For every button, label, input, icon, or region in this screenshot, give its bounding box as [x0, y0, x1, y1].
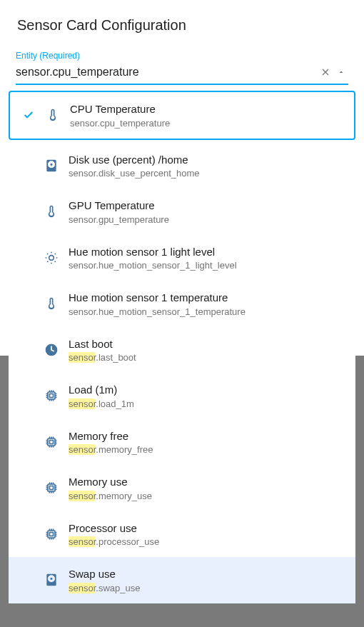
option-title: Processor use — [69, 521, 344, 536]
option-subtitle: sensor.disk_use_percent_home — [69, 168, 344, 179]
highlight: sensor — [69, 491, 96, 501]
option-text: Hue motion sensor 1 light levelsensor.hu… — [69, 245, 344, 271]
highlight: sensor — [69, 583, 96, 593]
chevron-up-icon — [337, 68, 345, 76]
entity-input[interactable] — [16, 66, 317, 79]
clock-icon — [43, 343, 60, 357]
harddisk-icon — [43, 159, 60, 173]
option-subtitle: sensor.gpu_temperature — [69, 214, 344, 225]
option-text: Last bootsensor.last_boot — [69, 337, 344, 363]
entity-option[interactable]: Last bootsensor.last_boot — [9, 327, 355, 373]
option-title: Memory free — [69, 429, 344, 443]
option-title: CPU Temperature — [70, 102, 343, 116]
entity-dropdown: CPU Temperaturesensor.cpu_temperatureDis… — [9, 91, 355, 603]
option-title: Hue motion sensor 1 light level — [69, 245, 344, 259]
entity-option[interactable]: Disk use (percent) /homesensor.disk_use_… — [9, 143, 355, 189]
option-text: Load (1m)sensor.load_1m — [69, 383, 344, 409]
thermometer-icon — [43, 204, 60, 219]
entity-option[interactable]: Hue motion sensor 1 light levelsensor.hu… — [9, 235, 355, 281]
harddisk-icon — [43, 573, 60, 587]
option-title: Swap use — [69, 567, 344, 581]
thermometer-icon — [44, 108, 61, 122]
chip-icon — [43, 527, 60, 541]
entity-option[interactable]: Hue motion sensor 1 temperaturesensor.hu… — [9, 281, 355, 327]
svg-rect-3 — [50, 394, 54, 398]
highlight: sensor — [69, 352, 96, 363]
entity-option[interactable]: Memory usesensor.memory_use — [9, 465, 355, 511]
option-text: Swap usesensor.swap_use — [69, 567, 344, 593]
option-subtitle: sensor.swap_use — [69, 583, 344, 593]
option-subtitle: sensor.cpu_temperature — [70, 118, 343, 129]
clear-button[interactable] — [317, 64, 334, 81]
close-icon — [320, 66, 331, 78]
option-subtitle: sensor.processor_use — [69, 536, 344, 547]
svg-rect-7 — [50, 486, 54, 490]
dialog: Sensor Card Configuration Entity (Requir… — [0, 0, 364, 603]
dropdown-toggle[interactable] — [334, 65, 348, 79]
dialog-title: Sensor Card Configuration — [0, 17, 364, 51]
entity-input-row — [16, 64, 348, 85]
thermometer-icon — [43, 296, 60, 311]
option-title: Load (1m) — [69, 383, 344, 397]
entity-field: Entity (Required) — [0, 51, 364, 85]
chip-icon — [43, 388, 60, 403]
entity-option[interactable]: Swap usesensor.swap_use — [9, 557, 355, 603]
option-subtitle: sensor.memory_use — [69, 491, 344, 501]
option-title: Memory use — [69, 475, 344, 489]
option-subtitle: sensor.hue_motion_sensor_1_temperature — [69, 306, 344, 317]
highlight: sensor — [69, 536, 96, 547]
option-subtitle: sensor.hue_motion_sensor_1_light_level — [69, 260, 344, 271]
entity-label: Entity (Required) — [16, 51, 348, 61]
option-title: Disk use (percent) /home — [69, 153, 344, 167]
chip-icon — [43, 435, 60, 449]
svg-rect-5 — [50, 440, 54, 443]
option-text: Disk use (percent) /homesensor.disk_use_… — [69, 153, 344, 179]
highlight: sensor — [69, 398, 96, 409]
option-text: CPU Temperaturesensor.cpu_temperature — [70, 102, 343, 129]
entity-option[interactable]: GPU Temperaturesensor.gpu_temperature — [9, 189, 355, 235]
check-icon — [21, 109, 36, 121]
svg-rect-4 — [48, 438, 55, 446]
svg-rect-6 — [48, 484, 55, 491]
option-text: Memory freesensor.memory_free — [69, 429, 344, 456]
option-subtitle: sensor.memory_free — [69, 444, 344, 455]
brightness-icon — [43, 251, 60, 265]
option-text: Hue motion sensor 1 temperaturesensor.hu… — [69, 291, 344, 317]
entity-option[interactable]: Processor usesensor.processor_use — [9, 511, 355, 558]
option-title: Last boot — [69, 337, 344, 351]
option-title: GPU Temperature — [69, 199, 344, 213]
entity-option[interactable]: Memory freesensor.memory_free — [9, 419, 355, 466]
entity-option[interactable]: CPU Temperaturesensor.cpu_temperature — [9, 91, 355, 140]
option-text: Processor usesensor.processor_use — [69, 521, 344, 548]
option-text: Memory usesensor.memory_use — [69, 475, 344, 501]
option-subtitle: sensor.last_boot — [69, 352, 344, 363]
option-text: GPU Temperaturesensor.gpu_temperature — [69, 199, 344, 225]
entity-option[interactable]: Load (1m)sensor.load_1m — [9, 373, 355, 419]
chip-icon — [43, 481, 60, 495]
svg-rect-2 — [48, 392, 55, 399]
svg-point-0 — [49, 255, 54, 260]
svg-rect-8 — [48, 531, 55, 538]
highlight: sensor — [69, 444, 96, 455]
option-subtitle: sensor.load_1m — [69, 398, 344, 409]
option-title: Hue motion sensor 1 temperature — [69, 291, 344, 305]
svg-rect-9 — [50, 532, 54, 536]
